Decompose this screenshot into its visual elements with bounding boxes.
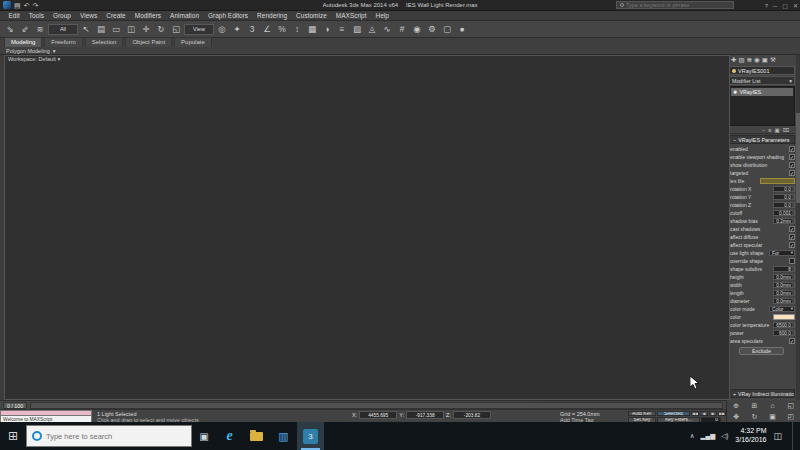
param-row[interactable]: power 600.0 600.0 bbox=[730, 329, 795, 337]
y-coordinate-field[interactable]: -917.338 bbox=[406, 411, 444, 419]
param-row[interactable]: height 0.0mm 0.0mm bbox=[730, 273, 795, 281]
menu-item[interactable]: Modifiers bbox=[130, 11, 165, 21]
bind-spacewarp-icon[interactable]: ≋ bbox=[33, 22, 47, 36]
menu-item[interactable]: Rendering bbox=[253, 11, 292, 21]
stack-tool-icon[interactable]: − bbox=[762, 127, 765, 133]
modifier-list-dropdown[interactable]: Modifier List▾ bbox=[729, 76, 795, 85]
x-coordinate-field[interactable]: 4455.695 bbox=[359, 411, 397, 419]
modify-tab-icon[interactable]: ▨ bbox=[738, 56, 744, 64]
param-row[interactable]: color temperature 6500.0 6500.0 bbox=[730, 321, 795, 329]
param-value[interactable]: 8 bbox=[773, 266, 795, 273]
viewport-nav-icon[interactable]: ▣ bbox=[764, 411, 782, 422]
align-icon[interactable]: ≡ bbox=[335, 22, 349, 36]
transport-button[interactable]: ◀ bbox=[700, 411, 708, 417]
select-move-icon[interactable]: ✛ bbox=[139, 22, 153, 36]
checkbox[interactable]: ✓ bbox=[789, 226, 795, 232]
select-object-icon[interactable]: ↖ bbox=[79, 22, 93, 36]
snaps-toggle-icon[interactable]: 3 bbox=[245, 22, 259, 36]
menu-item[interactable]: Create bbox=[102, 11, 131, 21]
ribbon-tab[interactable]: Modeling bbox=[4, 37, 42, 47]
param-value[interactable]: 0.0 bbox=[773, 202, 795, 209]
param-row[interactable]: affect specular ✓ ✓ bbox=[730, 241, 795, 249]
checkbox[interactable]: ✓ bbox=[789, 338, 795, 344]
exclude-button[interactable]: Exclude bbox=[739, 347, 784, 355]
taskbar-search[interactable] bbox=[26, 425, 192, 447]
percent-snap-icon[interactable]: % bbox=[275, 22, 289, 36]
help-icon[interactable]: ? bbox=[765, 3, 768, 9]
param-value[interactable]: 0.0mm bbox=[773, 274, 795, 281]
param-row[interactable]: enable viewport shading ✓ ✓ bbox=[730, 153, 795, 161]
tray-icon[interactable]: ▂▄▆ bbox=[701, 432, 716, 440]
angle-snap-icon[interactable]: ∠ bbox=[260, 22, 274, 36]
auto-key-button[interactable]: Auto Key bbox=[628, 411, 656, 417]
param-value[interactable] bbox=[773, 314, 795, 321]
graphite-icon[interactable]: ◬ bbox=[365, 22, 379, 36]
param-row[interactable]: shadow bias 0.2mm 0.2mm bbox=[730, 217, 795, 225]
taskbar-search-input[interactable] bbox=[46, 432, 186, 441]
workspace-dropdown[interactable]: Workspace: Default ▾ bbox=[4, 55, 730, 400]
use-pivot-icon[interactable]: ◎ bbox=[215, 22, 229, 36]
render-production-icon[interactable]: ● bbox=[455, 22, 469, 36]
ribbon-tab[interactable]: Populate bbox=[174, 37, 212, 47]
start-button[interactable]: ⊞ bbox=[0, 422, 26, 450]
z-coordinate-field[interactable]: -203.82 bbox=[453, 411, 491, 419]
select-link-icon[interactable]: ⇘ bbox=[3, 22, 17, 36]
param-value[interactable]: 6500.0 bbox=[773, 322, 795, 329]
viewport-nav-icon[interactable]: ✥ bbox=[727, 411, 745, 422]
curve-editor-icon[interactable]: ∿ bbox=[380, 22, 394, 36]
3dsmax-icon[interactable]: 3 bbox=[297, 422, 324, 450]
scrollbar-thumb[interactable] bbox=[796, 113, 800, 203]
time-slider[interactable]: 0 / 100 bbox=[0, 400, 726, 409]
close-button[interactable]: ✕ bbox=[793, 2, 798, 9]
help-search[interactable] bbox=[616, 1, 734, 9]
stack-tool-icon[interactable]: ▣ bbox=[774, 127, 779, 133]
param-row[interactable]: override shape bbox=[730, 257, 795, 265]
action-center-icon[interactable]: ◫ bbox=[773, 431, 782, 441]
menu-item[interactable]: Animation bbox=[166, 11, 204, 21]
motion-tab-icon[interactable]: ◉ bbox=[754, 56, 760, 64]
param-row[interactable]: targeted ✓ ✓ bbox=[730, 169, 795, 177]
viewport-nav-icon[interactable]: ⌂ bbox=[764, 400, 782, 411]
minimize-button[interactable]: ─ bbox=[773, 3, 777, 9]
param-value[interactable]: 0.0mm bbox=[773, 298, 795, 305]
param-row[interactable]: width 0.0mm 0.0mm bbox=[730, 281, 795, 289]
menu-item[interactable]: Customize bbox=[292, 11, 332, 21]
menu-item[interactable]: Views bbox=[75, 11, 101, 21]
param-row[interactable]: area speculars ✓ ✓ bbox=[730, 337, 795, 345]
task-view-icon[interactable]: ▣ bbox=[192, 431, 216, 442]
file-explorer-icon[interactable] bbox=[243, 422, 270, 450]
param-value[interactable]: 600.0 bbox=[773, 330, 795, 337]
stack-tool-icon[interactable]: ⌧ bbox=[783, 127, 789, 133]
edge-icon[interactable]: e bbox=[216, 422, 243, 450]
param-value[interactable]: 0.0 bbox=[773, 194, 795, 201]
material-editor-icon[interactable]: ◉ bbox=[410, 22, 424, 36]
time-track[interactable] bbox=[30, 402, 723, 409]
menu-item[interactable]: Graph Editors bbox=[204, 11, 253, 21]
param-row[interactable]: diameter 0.0mm 0.0mm bbox=[730, 297, 795, 305]
param-value[interactable]: For shadows bbox=[769, 250, 795, 257]
reference-coordinate-dropdown[interactable]: View bbox=[184, 24, 214, 35]
menu-item[interactable]: Edit bbox=[4, 11, 24, 21]
menu-item[interactable]: Tools bbox=[24, 11, 48, 21]
schematic-view-icon[interactable]: # bbox=[395, 22, 409, 36]
checkbox[interactable]: ✓ bbox=[789, 146, 795, 152]
indirect-illumination-rollout[interactable]: + VRay Indirect Illumination bbox=[729, 389, 795, 398]
create-tab-icon[interactable]: ✚ bbox=[731, 56, 736, 64]
viewport-nav-icon[interactable]: ↻ bbox=[745, 411, 763, 422]
param-row[interactable]: rotation Y 0.0 0.0 bbox=[730, 193, 795, 201]
select-by-name-icon[interactable]: ▤ bbox=[94, 22, 108, 36]
stack-item-vrayies[interactable]: ✺ VRayIES bbox=[731, 88, 793, 96]
param-value[interactable]: Color bbox=[769, 306, 795, 313]
param-row[interactable]: use light shape For shadows For shadows bbox=[730, 249, 795, 257]
checkbox[interactable]: ✓ bbox=[789, 154, 795, 160]
panel-scrollbar[interactable] bbox=[796, 55, 800, 400]
viewport-nav-icon[interactable]: ◰ bbox=[782, 411, 800, 422]
utilities-tab-icon[interactable]: ⚒ bbox=[770, 56, 776, 64]
render-setup-icon[interactable]: ⚙ bbox=[425, 22, 439, 36]
display-tab-icon[interactable]: ▣ bbox=[762, 56, 768, 64]
select-rotate-icon[interactable]: ↻ bbox=[154, 22, 168, 36]
save-icon[interactable]: ▤ bbox=[14, 1, 21, 10]
vrayies-parameters-rollout[interactable]: − VRayIES Parameters bbox=[729, 135, 795, 144]
select-scale-icon[interactable]: ◱ bbox=[169, 22, 183, 36]
layer-manager-icon[interactable]: ▧ bbox=[350, 22, 364, 36]
